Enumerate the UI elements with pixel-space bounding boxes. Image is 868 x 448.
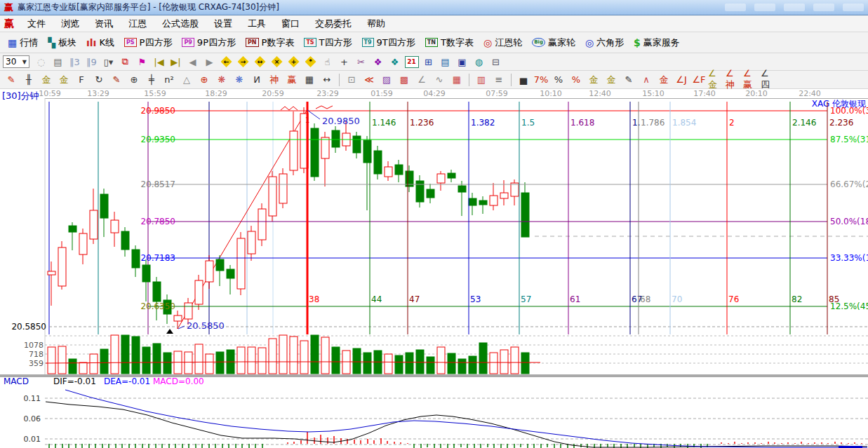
shift-left-icon[interactable]: ← xyxy=(218,55,234,69)
percent7-tool-icon[interactable]: 7% xyxy=(533,72,549,88)
titlebar-control[interactable] xyxy=(725,4,746,11)
web-icon[interactable]: ◍ xyxy=(471,55,487,69)
grid-tool-icon[interactable]: ▦ xyxy=(448,72,465,88)
angle-j-tool-icon[interactable]: ∠J xyxy=(673,72,690,88)
gann-wheel-button[interactable]: ◎江恩轮 xyxy=(479,34,527,52)
winner-service-button[interactable]: $赢家服务 xyxy=(629,34,685,52)
hexagon-button[interactable]: ◎六角形 xyxy=(580,34,629,52)
expand-h-icon[interactable]: ↔ xyxy=(252,55,268,69)
fan-box-tool-icon[interactable]: ▨ xyxy=(378,72,395,88)
percent-tool-icon[interactable]: % xyxy=(550,72,567,88)
angle-f-tool-icon[interactable]: ∠F xyxy=(690,72,707,88)
shen-tool-icon[interactable]: 神 xyxy=(266,72,283,88)
gold-section2-tool-icon[interactable]: 金 xyxy=(55,72,72,88)
fibonacci-tool-icon[interactable]: F xyxy=(73,72,90,88)
box-select-tool-icon[interactable]: ⊡ xyxy=(343,72,360,88)
next-bar-icon[interactable]: ▶ xyxy=(201,55,218,69)
menu-item-7[interactable]: 窗口 xyxy=(274,18,307,30)
chart-canvas[interactable]: 10:5913:2915:5918:2920:5923:2901:5904:29… xyxy=(0,89,868,448)
menu-item-1[interactable]: 浏览 xyxy=(53,18,87,30)
gann-ruler-tool-icon[interactable]: ╪ xyxy=(143,72,160,88)
grid2-tool-icon[interactable]: ▥ xyxy=(473,72,490,88)
calendar-icon[interactable]: 21 xyxy=(403,55,420,69)
quotes-button[interactable]: ▦行情 xyxy=(3,34,43,52)
p9-square-button[interactable]: P99P四方形 xyxy=(177,34,241,52)
save-icon[interactable]: ▣ xyxy=(454,55,470,69)
crosshair-icon[interactable]: + xyxy=(336,55,352,69)
pan-hand-icon[interactable]: ☝ xyxy=(319,55,335,69)
menu-item-4[interactable]: 公式选股 xyxy=(154,18,206,30)
winner-wheel-button[interactable]: Big赢家轮 xyxy=(527,34,580,52)
t-number-button[interactable]: TNT数字表 xyxy=(420,34,479,52)
wave-a-tool-icon[interactable]: ∧ xyxy=(638,72,655,88)
ying-tool-icon[interactable]: 赢 xyxy=(283,72,300,88)
percent-line-tool-icon[interactable]: % xyxy=(568,72,585,88)
purple-tool-icon[interactable]: ❖ xyxy=(370,55,386,69)
bars-3-icon[interactable]: ‖3 xyxy=(67,55,83,69)
measure-icon[interactable]: ✂ xyxy=(353,55,369,69)
pencil-tool-icon[interactable]: ✎ xyxy=(3,72,20,88)
circle-cross-tool-icon[interactable]: ⊕ xyxy=(126,72,142,88)
t-square-button[interactable]: TST四方形 xyxy=(299,34,356,52)
ruler123-tool-icon[interactable]: ▦ xyxy=(301,72,318,88)
zoom-in-icon[interactable]: + xyxy=(286,55,302,69)
candle-style-icon[interactable]: ▯▾ xyxy=(100,55,116,69)
pen-bars-tool-icon[interactable]: ✎ xyxy=(620,72,637,88)
p-number-button[interactable]: PNP数字表 xyxy=(241,34,299,52)
menu-item-2[interactable]: 资讯 xyxy=(87,18,121,30)
pencil2-tool-icon[interactable]: ✎ xyxy=(108,72,125,88)
angle-tool-icon[interactable]: △ xyxy=(178,72,195,88)
trendline-tool-icon[interactable]: ∠ xyxy=(413,72,430,88)
teal-tool-icon[interactable]: ❖ xyxy=(387,55,403,69)
menu-item-3[interactable]: 江恩 xyxy=(121,18,154,30)
web1-tool-icon[interactable]: ❋ xyxy=(213,72,230,88)
bars-9-icon[interactable]: ‖9 xyxy=(84,55,100,69)
fan-tool-icon[interactable]: ≪ xyxy=(361,72,378,88)
gann-grid-tool-icon[interactable]: ╫ xyxy=(20,72,37,88)
menu-item-9[interactable]: 帮助 xyxy=(359,18,393,30)
prev-bar-icon[interactable]: ◀ xyxy=(185,55,201,69)
angle-gold-tool-icon[interactable]: ∠金 xyxy=(708,72,725,88)
titlebar-control[interactable] xyxy=(843,4,864,11)
color-flag-icon[interactable]: ⚑ xyxy=(134,55,150,69)
gold-line-tool-icon[interactable]: 金 xyxy=(603,72,620,88)
last-bar-icon[interactable]: ▶| xyxy=(168,55,184,69)
formula-stamp-icon[interactable]: ⧉ xyxy=(117,55,133,69)
p-square-button[interactable]: PSP四方形 xyxy=(119,34,177,52)
zoom-all-icon[interactable]: * xyxy=(302,55,319,69)
wave-tool-icon[interactable]: ∿ xyxy=(431,72,448,88)
gold-section-tool-icon[interactable]: 金 xyxy=(38,72,55,88)
menu-item-5[interactable]: 设置 xyxy=(206,18,240,30)
angle-si-tool-icon[interactable]: ∠四 xyxy=(761,72,777,88)
compass-tool-icon[interactable]: ⊕ xyxy=(196,72,213,88)
sectors-button[interactable]: ▚板块 xyxy=(43,34,81,52)
volume-tool-icon[interactable]: ▅ xyxy=(515,72,532,88)
t9-square-button[interactable]: T99T四方形 xyxy=(357,34,420,52)
menu-item-6[interactable]: 工具 xyxy=(240,18,274,30)
angle-ying-tool-icon[interactable]: ∠赢 xyxy=(743,72,760,88)
web-box-tool-icon[interactable]: ▩ xyxy=(396,72,413,88)
clipboard-icon[interactable]: ▤ xyxy=(50,55,66,69)
menu-item-8[interactable]: 交易委托 xyxy=(307,18,359,30)
kline-button[interactable]: ılıK线 xyxy=(81,34,119,52)
notepad-icon[interactable]: ▤ xyxy=(437,55,453,69)
titlebar-control[interactable] xyxy=(784,4,805,11)
compress-icon[interactable]: × xyxy=(269,55,285,69)
titlebar-control[interactable] xyxy=(813,4,834,11)
gold-under-tool-icon[interactable]: 金 xyxy=(655,72,672,88)
print-icon[interactable]: ⊟ xyxy=(488,55,504,69)
zigzag-tool-icon[interactable]: И xyxy=(248,72,265,88)
spiral-tool-icon[interactable]: ↻ xyxy=(91,72,107,88)
shift-right-icon[interactable]: → xyxy=(235,55,251,69)
period-select[interactable]: 30▼ xyxy=(3,55,29,68)
titlebar-control[interactable] xyxy=(754,4,775,11)
gold-circle-tool-icon[interactable]: 金 xyxy=(585,72,602,88)
calculator-icon[interactable]: ⊞ xyxy=(420,55,436,69)
menu-item-0[interactable]: 文件 xyxy=(20,18,53,30)
first-bar-icon[interactable]: |◀ xyxy=(151,55,167,69)
angle-shen-tool-icon[interactable]: ∠神 xyxy=(726,72,742,88)
square-of-nine-tool-icon[interactable]: n² xyxy=(161,72,178,88)
disabled-net-icon[interactable]: ◌ xyxy=(33,55,49,69)
lines3-tool-icon[interactable]: ≡ xyxy=(490,72,507,88)
web2-tool-icon[interactable]: ❋ xyxy=(231,72,248,88)
